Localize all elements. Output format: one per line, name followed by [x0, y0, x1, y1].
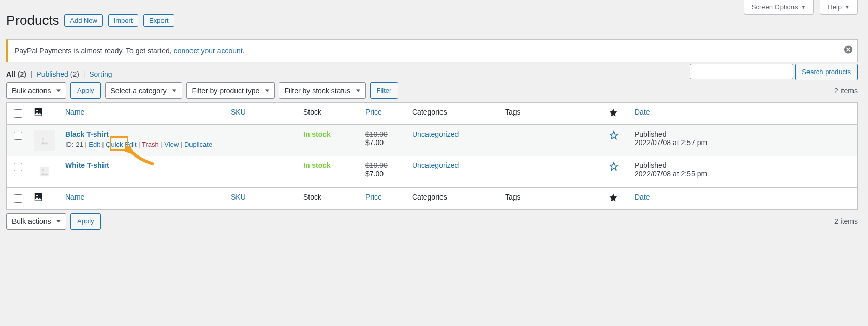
filter-sorting[interactable]: Sorting [89, 70, 112, 78]
help-tab[interactable]: Help ▼ [820, 0, 858, 15]
filter-button[interactable]: Filter [370, 82, 399, 99]
publish-status: Published [635, 161, 667, 169]
bulk-actions-select[interactable]: Bulk actions [6, 82, 66, 99]
stock-status-filter-select[interactable]: Filter by stock status [279, 82, 366, 99]
column-name-foot[interactable]: Name [60, 187, 226, 209]
view-link[interactable]: View [164, 140, 179, 148]
svg-point-8 [36, 195, 38, 196]
column-tags: Tags [500, 103, 604, 125]
select-all-checkbox-foot[interactable] [14, 194, 22, 203]
publish-date: 2022/07/08 at 2:57 pm [635, 138, 707, 147]
category-filter-select[interactable]: Select a category [105, 82, 182, 99]
stock-status: In stock [303, 130, 331, 138]
column-price-foot[interactable]: Price [360, 187, 407, 209]
sku-value: – [231, 161, 235, 169]
column-categories-foot: Categories [407, 187, 500, 209]
stock-status: In stock [303, 161, 331, 169]
column-date-foot[interactable]: Date [629, 187, 857, 209]
chevron-down-icon: ▼ [845, 4, 850, 10]
svg-point-4 [42, 138, 44, 140]
publish-status: Published [635, 130, 667, 138]
featured-toggle[interactable] [609, 161, 619, 172]
price-new: $7.00 [365, 138, 384, 147]
sku-value: – [231, 130, 235, 138]
import-button[interactable]: Import [108, 14, 139, 27]
column-sku-foot[interactable]: SKU [226, 187, 298, 209]
add-new-button[interactable]: Add New [64, 14, 103, 27]
bulk-actions-select-bottom[interactable]: Bulk actions [6, 213, 66, 230]
column-stock-foot: Stock [298, 187, 360, 209]
tags-value: – [505, 130, 509, 138]
search-input[interactable] [690, 64, 793, 79]
row-checkbox[interactable] [14, 132, 22, 140]
edit-link[interactable]: Edit [89, 140, 100, 148]
column-stock: Stock [298, 103, 360, 125]
price-old: $10.00 [365, 130, 402, 138]
image-column-icon [34, 193, 42, 201]
search-products-button[interactable]: Search products [795, 64, 858, 80]
filter-all[interactable]: All (2) [6, 70, 26, 78]
chevron-down-icon: ▼ [801, 4, 806, 10]
row-checkbox[interactable] [14, 163, 22, 171]
notice-text-after: . [243, 47, 245, 55]
star-icon [609, 108, 618, 117]
product-title-link[interactable]: White T-shirt [65, 161, 109, 169]
product-title-link[interactable]: Black T-shirt [65, 130, 109, 138]
column-date[interactable]: Date [629, 103, 857, 125]
product-thumbnail[interactable] [34, 130, 55, 151]
dismiss-icon[interactable] [844, 45, 853, 57]
apply-button-bottom[interactable]: Apply [70, 213, 101, 230]
products-table: Name SKU Stock Price Categories Tags Dat… [6, 102, 858, 210]
export-button[interactable]: Export [143, 14, 174, 27]
price-new: $7.00 [365, 169, 384, 178]
apply-button[interactable]: Apply [70, 82, 101, 99]
connect-account-link[interactable]: connect your account [174, 47, 243, 55]
svg-point-2 [36, 110, 38, 111]
column-featured [604, 103, 629, 125]
column-tags-foot: Tags [500, 187, 604, 209]
column-price[interactable]: Price [360, 103, 407, 125]
column-categories: Categories [407, 103, 500, 125]
page-title: Products [6, 12, 60, 29]
screen-options-label: Screen Options [752, 3, 798, 11]
trash-link[interactable]: Trash [142, 140, 159, 148]
product-type-filter-select[interactable]: Filter by product type [186, 82, 275, 99]
product-thumbnail[interactable] [34, 161, 55, 182]
column-name[interactable]: Name [60, 103, 226, 125]
category-link[interactable]: Uncategorized [412, 130, 459, 138]
help-label: Help [828, 3, 842, 11]
screen-options-tab[interactable]: Screen Options ▼ [744, 0, 814, 15]
row-id: ID: 21 [65, 140, 83, 148]
paypal-notice: PayPal Payments is almost ready. To get … [6, 39, 858, 62]
quick-edit-link[interactable]: Quick Edit [106, 140, 136, 148]
select-all-checkbox[interactable] [14, 109, 22, 118]
price-old: $10.00 [365, 161, 402, 169]
items-count: 2 items [834, 87, 858, 95]
column-featured-foot [604, 187, 629, 209]
tags-value: – [505, 161, 509, 169]
row-actions: ID: 21 | Edit | Quick Edit | Trash | Vie… [65, 140, 220, 148]
image-column-icon [34, 108, 42, 116]
svg-point-6 [42, 169, 44, 171]
star-icon [609, 193, 618, 202]
publish-date: 2022/07/08 at 2:55 pm [635, 169, 707, 178]
category-link[interactable]: Uncategorized [412, 161, 459, 169]
table-row: White T-shirt – In stock $10.00 $7.00 Un… [7, 156, 857, 187]
duplicate-link[interactable]: Duplicate [184, 140, 212, 148]
items-count-bottom: 2 items [834, 217, 858, 225]
column-sku[interactable]: SKU [226, 103, 298, 125]
table-row: Black T-shirt ID: 21 | Edit | Quick Edit… [7, 125, 857, 156]
featured-toggle[interactable] [609, 130, 619, 140]
filter-published[interactable]: Published (2) [36, 70, 79, 78]
notice-text: PayPal Payments is almost ready. To get … [14, 47, 174, 55]
